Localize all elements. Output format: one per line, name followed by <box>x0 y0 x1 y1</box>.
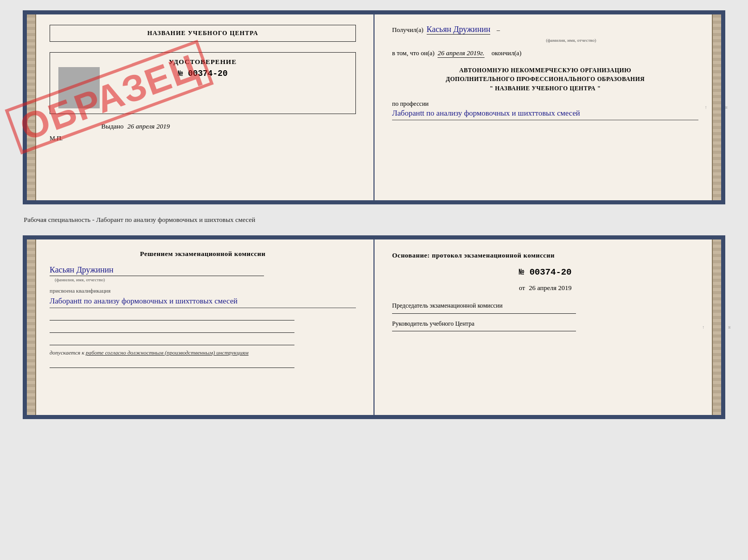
bottom-left-panel: Решением экзаменационной комиссии Касьян… <box>27 239 375 415</box>
sig-line-2 <box>50 325 294 333</box>
chairman-label: Председатель экзаменационной комиссии <box>392 302 698 310</box>
commission-title: Решением экзаменационной комиссии <box>50 250 356 258</box>
finished-label: окончил(а) <box>492 50 522 57</box>
profession-label: по профессии <box>392 100 429 107</box>
school-name-box: НАЗВАНИЕ УЧЕБНОГО ЦЕНТРА <box>50 25 356 42</box>
working-specialty-text: Рабочая специальность - Лаборант по анал… <box>23 213 725 227</box>
cert-number: № 00374-20 <box>58 69 347 78</box>
top-document: НАЗВАНИЕ УЧЕБНОГО ЦЕНТРА УДОСТОВЕРЕНИЕ №… <box>23 10 725 204</box>
org-line3: " НАЗВАНИЕ УЧЕБНОГО ЦЕНТРА " <box>392 84 698 93</box>
mp-label: М.П. <box>50 135 356 142</box>
bottom-right-panel: Основание: протокол экзаменационной коми… <box>375 239 721 415</box>
in-that-prefix: в том, что он(а) <box>392 50 434 57</box>
received-prefix: Получил(а) <box>392 26 424 34</box>
name-sublabel-top: (фамилия, имя, отчество) <box>444 38 698 43</box>
org-line1: АВТОНОМНУЮ НЕКОММЕРЧЕСКУЮ ОРГАНИЗАЦИЮ <box>392 66 698 75</box>
top-right-panel: Получил(а) Касьян Дружинин – (фамилия, и… <box>375 14 721 200</box>
bottom-left-content: Решением экзаменационной комиссии Касьян… <box>50 250 356 405</box>
top-left-panel: НАЗВАНИЕ УЧЕБНОГО ЦЕНТРА УДОСТОВЕРЕНИЕ №… <box>27 14 375 200</box>
bottom-name-handwritten: Касьян Дружинин <box>50 265 264 276</box>
cert-inner-box: УДОСТОВЕРЕНИЕ № 00374-20 <box>50 52 356 114</box>
sig-line-1 <box>50 312 294 321</box>
school-name-text: НАЗВАНИЕ УЧЕБНОГО ЦЕНТРА <box>147 29 258 37</box>
issued-label: Выдано <box>101 122 123 130</box>
from-date-row: от 26 апреля 2019 <box>392 282 698 294</box>
photo-placeholder <box>58 67 100 108</box>
chairman-sig-line <box>392 313 576 314</box>
sig-line-3 <box>50 337 294 345</box>
received-row: Получил(а) Касьян Дружинин – <box>392 25 698 35</box>
qualification-label: присвоена квалификация <box>50 287 356 294</box>
director-sig-line <box>392 331 576 331</box>
bottom-right-content: Основание: протокол экзаменационной коми… <box>392 250 698 405</box>
finished-date: 26 апреля 2019г. <box>438 49 484 58</box>
cert-title: УДОСТОВЕРЕНИЕ <box>58 58 347 66</box>
protocol-number: № 00374-20 <box>392 265 698 280</box>
org-line2: ДОПОЛНИТЕЛЬНОГО ПРОФЕССИОНАЛЬНОГО ОБРАЗО… <box>392 75 698 84</box>
qualification-handwritten-text: Лаборанtt по анализу формовочных и шихтт… <box>50 296 356 308</box>
finished-row: в том, что он(а) 26 апреля 2019г. окончи… <box>392 49 698 58</box>
profession-handwritten: Лаборанtt по анализу формовочных и шихтт… <box>392 108 698 120</box>
qualification-handwritten: Лаборанtt по анализу формовочных и шихтт… <box>50 296 356 308</box>
bottom-name-row: Касьян Дружинин (фамилия, имя, отчество) <box>50 265 356 282</box>
sig-line-4 <box>50 360 294 368</box>
bottom-document: Решением экзаменационной комиссии Касьян… <box>23 235 725 419</box>
basis-label: Основание: протокол экзаменационной коми… <box>392 250 698 261</box>
bottom-name-sublabel: (фамилия, имя, отчество) <box>55 277 356 282</box>
top-right-content: Получил(а) Касьян Дружинин – (фамилия, и… <box>392 25 698 190</box>
issued-date-row: Выдано 26 апреля 2019 <box>50 122 356 131</box>
допускается-detail: работе согласно должностным (производств… <box>86 349 248 356</box>
received-name: Касьян Дружинин <box>427 25 491 35</box>
bottom-spine-right <box>712 239 721 415</box>
spine-right-decoration <box>712 14 721 200</box>
org-block: АВТОНОМНУЮ НЕКОММЕРЧЕСКУЮ ОРГАНИЗАЦИЮ ДО… <box>392 66 698 93</box>
director-label: Руководитель учебного Центра <box>392 320 698 328</box>
profession-block: по профессии Лаборанtt по анализу формов… <box>392 100 698 120</box>
top-left-content: НАЗВАНИЕ УЧЕБНОГО ЦЕНТРА УДОСТОВЕРЕНИЕ №… <box>50 25 356 190</box>
issued-date: 26 апреля 2019 <box>128 122 170 130</box>
допускается-text: допускается к работе согласно должностны… <box>50 349 356 356</box>
